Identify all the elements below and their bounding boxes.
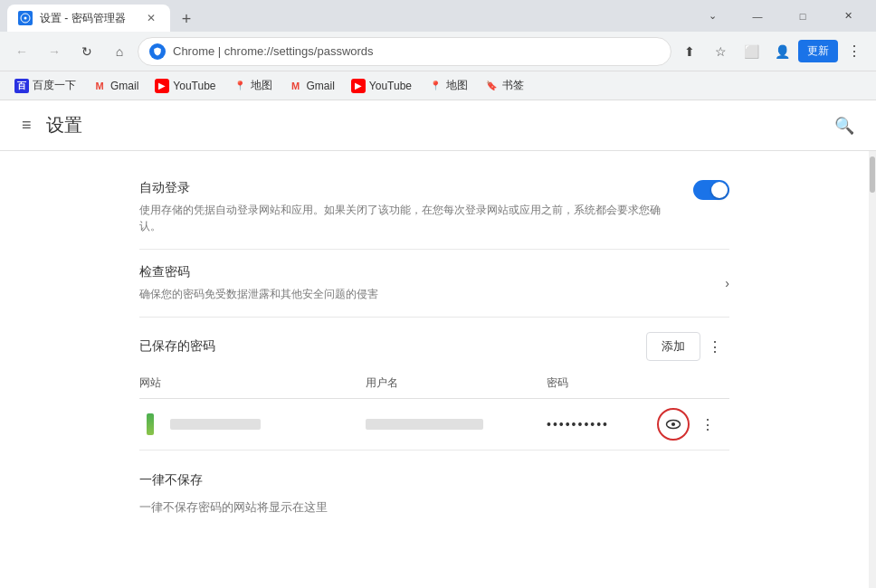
bookmark-youtube-2-label: YouTube bbox=[369, 80, 412, 92]
tab-close-button[interactable]: ✕ bbox=[143, 10, 159, 26]
chrome-menu-button[interactable]: ⋮ bbox=[840, 37, 869, 66]
address-text: Chrome | chrome://settings/passwords bbox=[173, 44, 660, 58]
bookmark-maps-1[interactable]: 📍 地图 bbox=[225, 74, 280, 97]
settings-body: 自动登录 使用存储的凭据自动登录网站和应用。如果关闭了该功能，在您每次登录网站或… bbox=[0, 151, 876, 588]
chrome-content: ≡ 设置 🔍 自动登录 使用存储的凭据自动登录网站和应用。如果关闭了该功能，在您… bbox=[0, 100, 876, 588]
password-row: •••••••••• ⋮ bbox=[139, 399, 729, 450]
refresh-button[interactable]: ↻ bbox=[72, 37, 101, 66]
bookmark-baidu-label: 百度一下 bbox=[33, 78, 76, 93]
bookmark-gmail-1-label: Gmail bbox=[110, 80, 138, 92]
site-cell bbox=[139, 413, 366, 435]
youtube-icon-2: ▶ bbox=[351, 79, 366, 93]
section-container: 自动登录 使用存储的凭据自动登录网站和应用。如果关闭了该功能，在您每次登录网站或… bbox=[118, 151, 751, 537]
bookmark-youtube-1-label: YouTube bbox=[173, 80, 215, 92]
bookmark-icon: 🔖 bbox=[484, 79, 499, 93]
show-password-button[interactable] bbox=[657, 408, 690, 441]
add-password-button[interactable]: 添加 bbox=[646, 332, 700, 361]
bookmark-baidu[interactable]: 百 百度一下 bbox=[7, 74, 83, 97]
never-save-section: 一律不保存 一律不保存密码的网站将显示在这里 bbox=[139, 450, 729, 523]
site-favicon bbox=[139, 413, 161, 435]
user-button[interactable]: 👤 bbox=[767, 37, 796, 66]
toggle-thumb bbox=[711, 182, 728, 198]
minimize-button[interactable]: — bbox=[737, 3, 778, 30]
username-blurred bbox=[366, 419, 483, 430]
maps-icon-2: 📍 bbox=[428, 79, 443, 93]
check-password-content: 检查密码 确保您的密码免受数据泄露和其他安全问题的侵害 bbox=[139, 264, 710, 302]
bookmark-button[interactable]: ☆ bbox=[706, 37, 735, 66]
chevron-down-button[interactable]: ⌄ bbox=[691, 3, 733, 30]
window-controls: ⌄ — □ ✕ bbox=[691, 3, 869, 30]
bookmark-maps-1-label: 地图 bbox=[251, 78, 272, 93]
settings-scroll-area: 自动登录 使用存储的凭据自动登录网站和应用。如果关闭了该功能，在您每次登录网站或… bbox=[0, 151, 869, 588]
col-header-username: 用户名 bbox=[366, 375, 547, 391]
scrollbar-thumb[interactable] bbox=[870, 156, 875, 193]
eye-icon bbox=[664, 415, 682, 433]
never-save-empty-hint: 一律不保存密码的网站将显示在这里 bbox=[139, 499, 729, 516]
check-password-row[interactable]: 检查密码 确保您的密码免受数据泄露和其他安全问题的侵害 › bbox=[139, 250, 729, 318]
never-save-title: 一律不保存 bbox=[139, 472, 729, 488]
bookmark-gmail-2-label: Gmail bbox=[307, 80, 335, 92]
maximize-button[interactable]: □ bbox=[782, 3, 824, 30]
active-tab[interactable]: 设置 - 密码管理器 ✕ bbox=[7, 5, 170, 32]
favicon-graphic bbox=[147, 413, 154, 435]
bookmark-maps-2[interactable]: 📍 地图 bbox=[421, 74, 475, 97]
row-actions: ⋮ bbox=[657, 408, 729, 441]
settings-search-button[interactable]: 🔍 bbox=[834, 116, 854, 136]
auto-login-toggle[interactable] bbox=[693, 180, 729, 200]
password-dots: •••••••••• bbox=[547, 417, 657, 432]
row-more-button[interactable]: ⋮ bbox=[693, 410, 722, 439]
title-bar: 设置 - 密码管理器 ✕ + ⌄ — □ ✕ bbox=[0, 0, 876, 32]
check-password-title: 检查密码 bbox=[139, 264, 710, 280]
tablet-mode-button[interactable]: ⬜ bbox=[737, 37, 766, 66]
svg-point-3 bbox=[671, 422, 675, 426]
saved-passwords-title: 已保存的密码 bbox=[139, 338, 646, 355]
close-button[interactable]: ✕ bbox=[827, 3, 869, 30]
check-password-chevron: › bbox=[725, 276, 729, 290]
bookmark-youtube-2[interactable]: ▶ YouTube bbox=[344, 75, 419, 97]
navigation-bar: ← → ↻ ⌂ Chrome | chrome://settings/passw… bbox=[0, 32, 876, 71]
tab-strip: 设置 - 密码管理器 ✕ + bbox=[7, 0, 691, 32]
address-bar[interactable]: Chrome | chrome://settings/passwords bbox=[138, 37, 671, 66]
auto-login-action bbox=[693, 180, 729, 200]
bookmark-youtube-1[interactable]: ▶ YouTube bbox=[148, 75, 223, 97]
bookmarks-bar: 百 百度一下 M Gmail ▶ YouTube 📍 地图 M Gmail ▶ … bbox=[0, 71, 876, 100]
username-cell bbox=[366, 419, 547, 430]
scrollbar[interactable] bbox=[869, 151, 876, 588]
youtube-icon-1: ▶ bbox=[155, 79, 169, 93]
home-button[interactable]: ⌂ bbox=[105, 37, 134, 66]
back-button[interactable]: ← bbox=[7, 37, 36, 66]
col-header-actions bbox=[657, 375, 729, 391]
col-header-site: 网站 bbox=[139, 375, 366, 391]
bookmark-gmail-2[interactable]: M Gmail bbox=[281, 75, 342, 97]
bookmark-bookmarks-label: 书签 bbox=[502, 78, 524, 93]
saved-passwords-header: 已保存的密码 添加 ⋮ bbox=[139, 318, 729, 368]
table-headers: 网站 用户名 密码 bbox=[139, 368, 729, 399]
bookmark-maps-2-label: 地图 bbox=[446, 78, 468, 93]
auto-login-content: 自动登录 使用存储的凭据自动登录网站和应用。如果关闭了该功能，在您每次登录网站或… bbox=[139, 180, 679, 234]
page-title: 设置 bbox=[46, 113, 82, 138]
baidu-icon: 百 bbox=[14, 79, 29, 93]
gmail-icon-2: M bbox=[289, 79, 303, 93]
maps-icon-1: 📍 bbox=[233, 79, 247, 93]
saved-passwords-more-button[interactable]: ⋮ bbox=[700, 332, 729, 361]
tab-title: 设置 - 密码管理器 bbox=[40, 11, 126, 26]
new-tab-button[interactable]: + bbox=[174, 6, 199, 32]
site-security-icon bbox=[149, 43, 166, 60]
bookmark-bookmarks[interactable]: 🔖 书签 bbox=[477, 74, 531, 97]
col-header-password: 密码 bbox=[547, 375, 657, 391]
forward-button[interactable]: → bbox=[40, 37, 69, 66]
update-button[interactable]: 更新 bbox=[798, 40, 838, 62]
gmail-icon-1: M bbox=[92, 79, 107, 93]
auto-login-row: 自动登录 使用存储的凭据自动登录网站和应用。如果关闭了该功能，在您每次登录网站或… bbox=[139, 166, 729, 250]
auto-login-title: 自动登录 bbox=[139, 180, 679, 196]
tab-favicon bbox=[18, 11, 33, 25]
bookmark-gmail-1[interactable]: M Gmail bbox=[85, 75, 146, 97]
auto-login-description: 使用存储的凭据自动登录网站和应用。如果关闭了该功能，在您每次登录网站或应用之前，… bbox=[139, 202, 679, 234]
site-name-blurred bbox=[170, 419, 261, 430]
sidebar-toggle-button[interactable]: ≡ bbox=[22, 116, 32, 135]
settings-main: ≡ 设置 🔍 自动登录 使用存储的凭据自动登录网站和应用。如果关闭了该功能，在您… bbox=[0, 100, 876, 588]
nav-actions: ⬆ ☆ ⬜ 👤 更新 ⋮ bbox=[675, 37, 869, 66]
share-button[interactable]: ⬆ bbox=[675, 37, 704, 66]
settings-header: ≡ 设置 🔍 bbox=[0, 100, 876, 151]
check-password-description: 确保您的密码免受数据泄露和其他安全问题的侵害 bbox=[139, 286, 710, 302]
